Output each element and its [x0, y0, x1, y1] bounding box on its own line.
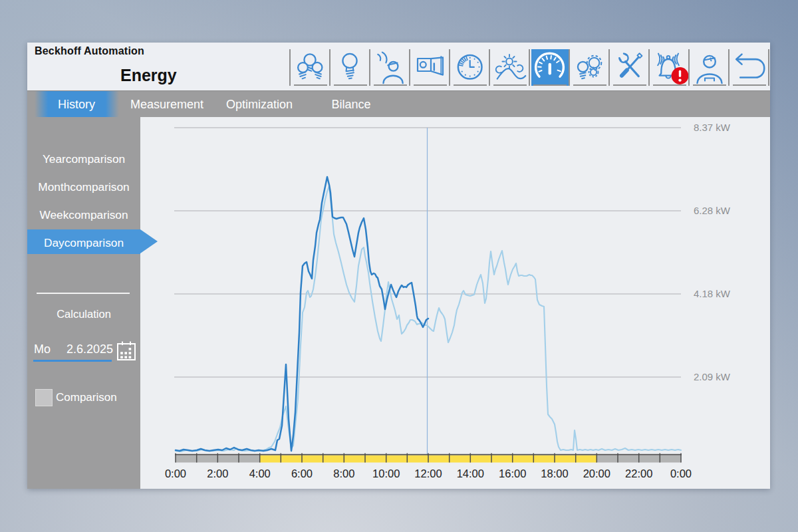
svg-text:18:00: 18:00 [541, 467, 568, 479]
svg-text:8:00: 8:00 [333, 467, 354, 479]
svg-text:16:00: 16:00 [499, 467, 526, 479]
svg-text:20:00: 20:00 [583, 467, 610, 479]
svg-text:4:00: 4:00 [249, 467, 271, 479]
svg-text:0:00: 0:00 [670, 467, 692, 479]
svg-text:22:00: 22:00 [625, 467, 652, 479]
svg-text:6.28 kW: 6.28 kW [694, 205, 731, 216]
svg-text:14:00: 14:00 [457, 467, 484, 479]
svg-text:0:00: 0:00 [165, 467, 186, 479]
svg-text:12:00: 12:00 [414, 467, 442, 479]
svg-text:8.37 kW: 8.37 kW [694, 122, 731, 133]
svg-text:2.09 kW: 2.09 kW [694, 371, 731, 382]
svg-text:10:00: 10:00 [372, 467, 400, 479]
svg-text:2:00: 2:00 [207, 467, 228, 479]
svg-text:4.18 kW: 4.18 kW [694, 288, 731, 299]
svg-text:6:00: 6:00 [291, 467, 313, 479]
